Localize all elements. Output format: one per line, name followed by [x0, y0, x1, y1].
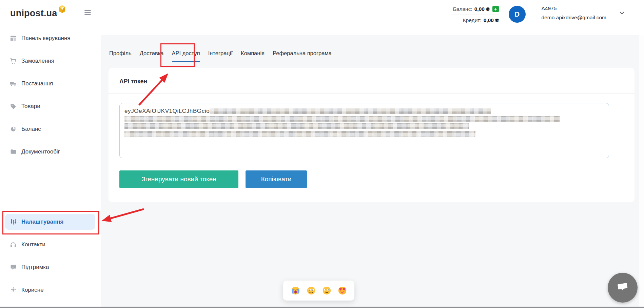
tab-company[interactable]: Компанія [241, 50, 265, 62]
lightbulb-icon [9, 287, 17, 293]
token-line [124, 130, 604, 137]
sidebar-item-label: Баланс [21, 126, 41, 132]
folder-icon [9, 148, 17, 155]
smiling-emoji[interactable] [322, 286, 331, 295]
chevron-down-icon[interactable] [619, 10, 625, 17]
copy-token-button[interactable]: Копіювати [246, 170, 307, 188]
api-token-field[interactable]: eyJOeXAiOiJKV1QiLCJhBGcio [119, 103, 609, 158]
tab-referral-program[interactable]: Реферальна програма [273, 50, 332, 62]
chat-widget-button[interactable] [608, 273, 638, 303]
header-right: Баланс: 0,00 ₴ + Кредит: 0,00 ₴ D A4975 … [451, 4, 625, 23]
sidebar-item-supply[interactable]: Постачання [0, 72, 101, 95]
truck-icon [9, 80, 17, 87]
balance-row: Баланс: 0,00 ₴ + [451, 5, 499, 15]
tag-icon [9, 103, 17, 109]
settings-active-pill: Налаштування [5, 214, 95, 230]
sidebar-item-label: Корисне [21, 287, 44, 293]
token-line [124, 115, 604, 122]
support-chat-icon [9, 264, 17, 270]
sidebar-item-label: Товари [21, 103, 40, 110]
unipost-logo[interactable]: unipost.ua [10, 8, 57, 19]
sidebar-item-label: Документообіг [21, 148, 60, 155]
window-bottom-edge [0, 307, 644, 308]
credit-label: Кредит: [463, 17, 482, 23]
sidebar-item-label: Постачання [21, 80, 53, 87]
sidebar-item-balance[interactable]: Баланс [0, 118, 101, 140]
sidebar-item-contacts[interactable]: Контакти [0, 233, 101, 256]
account-email: demo.apixdrive@gmail.com [542, 15, 606, 21]
tab-profile[interactable]: Профіль [109, 50, 132, 62]
avatar-letter: D [514, 10, 520, 18]
balance-block: Баланс: 0,00 ₴ + Кредит: 0,00 ₴ [451, 5, 499, 23]
token-redacted-block [124, 131, 475, 137]
top-header: Баланс: 0,00 ₴ + Кредит: 0,00 ₴ D A4975 … [101, 0, 644, 35]
account-menu[interactable]: A4975 demo.apixdrive@gmail.com [542, 5, 606, 21]
dashboard-icon [9, 35, 17, 41]
nav-spacer [0, 163, 101, 210]
cart-icon [9, 58, 17, 64]
sidebar-nav: Панель керування Замовлення Постачання Т… [0, 27, 101, 301]
credit-row: Кредит: 0,00 ₴ [451, 15, 499, 23]
tab-api-access[interactable]: API доступ [172, 50, 200, 62]
avatar[interactable]: D [509, 6, 526, 23]
account-id: A4975 [542, 5, 606, 12]
frowning-emoji[interactable] [307, 286, 316, 295]
token-visible-text: eyJOeXAiOiJKV1QiLCJhBGcio [124, 108, 210, 115]
settings-tabs: Профіль Доставка API доступ Інтеграції К… [109, 50, 332, 62]
token-redacted-block [124, 123, 469, 129]
heart-eyes-emoji[interactable] [338, 286, 347, 295]
sidebar-item-label: Панель керування [21, 35, 71, 42]
headphones-icon [9, 241, 17, 248]
logo-row: unipost.ua [0, 0, 101, 27]
sidebar-item-dashboard[interactable]: Панель керування [0, 27, 101, 49]
card-title: API токен [119, 78, 624, 85]
tab-integrations[interactable]: Інтеграції [208, 50, 233, 62]
pie-chart-icon [9, 126, 17, 132]
sidebar: unipost.ua Панель керування [0, 0, 101, 308]
sidebar-item-label: Замовлення [21, 58, 54, 64]
token-redacted-block [210, 108, 491, 114]
scrollbar-track[interactable] [639, 35, 644, 307]
sidebar-item-label: Налаштування [21, 219, 64, 225]
tab-delivery[interactable]: Доставка [140, 50, 164, 62]
add-funds-button[interactable]: + [492, 6, 499, 12]
api-token-card: API токен eyJOeXAiOiJKV1QiLCJhBGcio Зген… [109, 68, 635, 202]
token-line: eyJOeXAiOiJKV1QiLCJhBGcio [124, 107, 604, 115]
chat-bubble-icon [615, 280, 630, 296]
token-redacted-block [124, 116, 560, 122]
generate-token-button[interactable]: Згенерувати новий токен [119, 170, 238, 188]
balance-value: 0,00 ₴ [474, 6, 490, 12]
token-line [124, 122, 604, 130]
sidebar-item-documents[interactable]: Документообіг [0, 140, 101, 163]
sidebar-item-useful[interactable]: Корисне [0, 279, 101, 301]
sidebar-item-products[interactable]: Товари [0, 95, 101, 118]
cube-logo-icon [58, 5, 66, 15]
token-actions: Згенерувати новий токен Копіювати [119, 170, 635, 188]
sliders-icon [9, 219, 17, 225]
sidebar-item-label: Підтримка [21, 264, 49, 271]
card-header: API токен [109, 68, 635, 94]
logo-text: unipost.ua [10, 8, 57, 19]
sidebar-item-support[interactable]: Підтримка [0, 256, 101, 279]
balance-label: Баланс: [453, 6, 472, 12]
loudly-crying-emoji[interactable] [291, 286, 300, 295]
sidebar-item-settings[interactable]: Налаштування [0, 210, 101, 233]
sidebar-item-label: Контакти [21, 241, 45, 248]
credit-value: 0,00 ₴ [484, 17, 499, 23]
hamburger-menu-icon[interactable] [84, 10, 91, 17]
sidebar-item-orders[interactable]: Замовлення [0, 49, 101, 72]
feedback-reactions-bar [283, 281, 354, 301]
